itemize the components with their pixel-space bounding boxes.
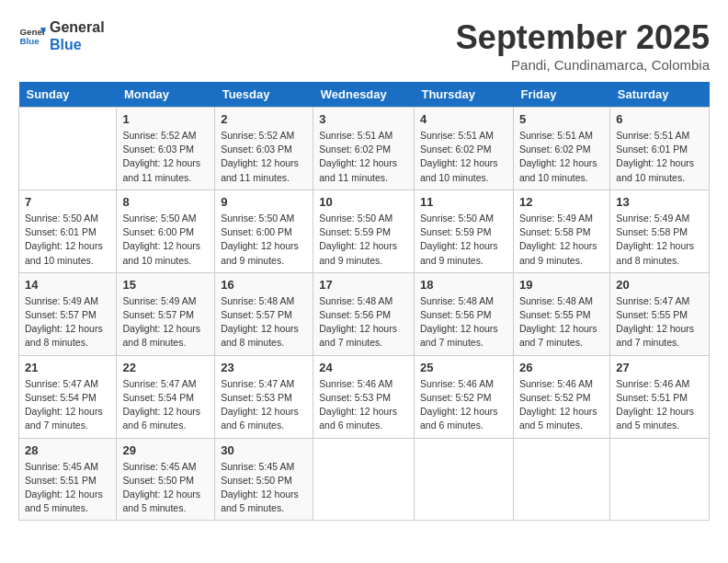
- day-number: 5: [519, 112, 604, 126]
- svg-text:Blue: Blue: [20, 36, 40, 46]
- day-cell: 29Sunrise: 5:45 AM Sunset: 5:50 PM Dayli…: [117, 438, 215, 521]
- day-info: Sunrise: 5:50 AM Sunset: 5:59 PM Dayligh…: [420, 212, 507, 268]
- day-cell: 1Sunrise: 5:52 AM Sunset: 6:03 PM Daylig…: [117, 108, 215, 190]
- weekday-sunday: Sunday: [19, 82, 117, 108]
- day-info: Sunrise: 5:51 AM Sunset: 6:02 PM Dayligh…: [519, 129, 604, 185]
- day-number: 13: [616, 195, 703, 209]
- day-number: 1: [122, 112, 209, 126]
- day-number: 17: [319, 278, 408, 292]
- day-number: 21: [25, 361, 110, 374]
- day-info: Sunrise: 5:50 AM Sunset: 5:59 PM Dayligh…: [319, 212, 408, 268]
- day-cell: 23Sunrise: 5:47 AM Sunset: 5:53 PM Dayli…: [215, 355, 313, 438]
- day-cell: 26Sunrise: 5:46 AM Sunset: 5:52 PM Dayli…: [513, 355, 609, 438]
- week-row-5: 28Sunrise: 5:45 AM Sunset: 5:51 PM Dayli…: [19, 438, 710, 521]
- day-info: Sunrise: 5:50 AM Sunset: 6:00 PM Dayligh…: [221, 212, 307, 268]
- day-cell: 12Sunrise: 5:49 AM Sunset: 5:58 PM Dayli…: [513, 190, 609, 272]
- day-number: 22: [122, 361, 209, 374]
- day-info: Sunrise: 5:52 AM Sunset: 6:03 PM Dayligh…: [221, 129, 307, 185]
- day-cell: 16Sunrise: 5:48 AM Sunset: 5:57 PM Dayli…: [215, 272, 313, 355]
- day-number: 14: [25, 278, 110, 292]
- day-info: Sunrise: 5:48 AM Sunset: 5:56 PM Dayligh…: [420, 294, 507, 350]
- day-number: 18: [420, 278, 507, 292]
- day-cell: 20Sunrise: 5:47 AM Sunset: 5:55 PM Dayli…: [610, 272, 710, 355]
- day-info: Sunrise: 5:49 AM Sunset: 5:57 PM Dayligh…: [122, 294, 209, 350]
- day-cell: 24Sunrise: 5:46 AM Sunset: 5:53 PM Dayli…: [313, 355, 415, 438]
- day-cell: 6Sunrise: 5:51 AM Sunset: 6:01 PM Daylig…: [610, 108, 710, 190]
- day-info: Sunrise: 5:48 AM Sunset: 5:56 PM Dayligh…: [319, 294, 408, 350]
- day-info: Sunrise: 5:51 AM Sunset: 6:01 PM Dayligh…: [616, 129, 703, 185]
- week-row-1: 1Sunrise: 5:52 AM Sunset: 6:03 PM Daylig…: [19, 108, 710, 190]
- day-info: Sunrise: 5:49 AM Sunset: 5:57 PM Dayligh…: [25, 294, 110, 350]
- title-block: September 2025 Pandi, Cundinamarca, Colo…: [456, 18, 710, 73]
- day-number: 10: [319, 195, 408, 209]
- day-cell: 8Sunrise: 5:50 AM Sunset: 6:00 PM Daylig…: [117, 190, 215, 272]
- day-info: Sunrise: 5:46 AM Sunset: 5:52 PM Dayligh…: [420, 377, 507, 433]
- day-cell: 7Sunrise: 5:50 AM Sunset: 6:01 PM Daylig…: [19, 190, 117, 272]
- day-number: 27: [616, 361, 703, 374]
- day-info: Sunrise: 5:49 AM Sunset: 5:58 PM Dayligh…: [519, 212, 604, 268]
- day-info: Sunrise: 5:48 AM Sunset: 5:55 PM Dayligh…: [519, 294, 604, 350]
- month-title: September 2025: [456, 18, 710, 57]
- day-number: 30: [221, 443, 307, 457]
- day-info: Sunrise: 5:48 AM Sunset: 5:57 PM Dayligh…: [221, 294, 307, 350]
- day-info: Sunrise: 5:47 AM Sunset: 5:54 PM Dayligh…: [25, 377, 110, 433]
- weekday-wednesday: Wednesday: [313, 82, 415, 108]
- day-cell: 3Sunrise: 5:51 AM Sunset: 6:02 PM Daylig…: [313, 108, 415, 190]
- week-row-2: 7Sunrise: 5:50 AM Sunset: 6:01 PM Daylig…: [19, 190, 710, 272]
- day-number: 4: [420, 112, 507, 126]
- day-cell: 11Sunrise: 5:50 AM Sunset: 5:59 PM Dayli…: [414, 190, 513, 272]
- weekday-header-row: SundayMondayTuesdayWednesdayThursdayFrid…: [19, 82, 710, 108]
- day-info: Sunrise: 5:45 AM Sunset: 5:51 PM Dayligh…: [25, 460, 110, 516]
- weekday-tuesday: Tuesday: [215, 82, 313, 108]
- day-info: Sunrise: 5:46 AM Sunset: 5:52 PM Dayligh…: [519, 377, 604, 433]
- day-cell: 10Sunrise: 5:50 AM Sunset: 5:59 PM Dayli…: [313, 190, 415, 272]
- day-cell: 9Sunrise: 5:50 AM Sunset: 6:00 PM Daylig…: [215, 190, 313, 272]
- day-number: 28: [25, 443, 110, 457]
- day-cell: 14Sunrise: 5:49 AM Sunset: 5:57 PM Dayli…: [19, 272, 117, 355]
- day-info: Sunrise: 5:46 AM Sunset: 5:53 PM Dayligh…: [319, 377, 408, 433]
- week-row-4: 21Sunrise: 5:47 AM Sunset: 5:54 PM Dayli…: [19, 355, 710, 438]
- weekday-monday: Monday: [117, 82, 215, 108]
- day-info: Sunrise: 5:45 AM Sunset: 5:50 PM Dayligh…: [221, 460, 307, 516]
- day-cell: 25Sunrise: 5:46 AM Sunset: 5:52 PM Dayli…: [414, 355, 513, 438]
- week-row-3: 14Sunrise: 5:49 AM Sunset: 5:57 PM Dayli…: [19, 272, 710, 355]
- day-cell: [513, 438, 609, 521]
- day-number: 11: [420, 195, 507, 209]
- day-number: 16: [221, 278, 307, 292]
- day-info: Sunrise: 5:49 AM Sunset: 5:58 PM Dayligh…: [616, 212, 703, 268]
- day-cell: 2Sunrise: 5:52 AM Sunset: 6:03 PM Daylig…: [215, 108, 313, 190]
- day-cell: 27Sunrise: 5:46 AM Sunset: 5:51 PM Dayli…: [610, 355, 710, 438]
- day-number: 19: [519, 278, 604, 292]
- day-cell: 30Sunrise: 5:45 AM Sunset: 5:50 PM Dayli…: [215, 438, 313, 521]
- day-cell: [313, 438, 415, 521]
- weekday-saturday: Saturday: [610, 82, 710, 108]
- day-cell: 13Sunrise: 5:49 AM Sunset: 5:58 PM Dayli…: [610, 190, 710, 272]
- day-cell: [610, 438, 710, 521]
- day-cell: 18Sunrise: 5:48 AM Sunset: 5:56 PM Dayli…: [414, 272, 513, 355]
- day-cell: 21Sunrise: 5:47 AM Sunset: 5:54 PM Dayli…: [19, 355, 117, 438]
- calendar-table: SundayMondayTuesdayWednesdayThursdayFrid…: [18, 82, 710, 521]
- day-number: 15: [122, 278, 209, 292]
- day-info: Sunrise: 5:46 AM Sunset: 5:51 PM Dayligh…: [616, 377, 703, 433]
- day-number: 3: [319, 112, 408, 126]
- page-header: General Blue General Blue September 2025…: [18, 18, 710, 73]
- day-cell: 4Sunrise: 5:51 AM Sunset: 6:02 PM Daylig…: [414, 108, 513, 190]
- day-info: Sunrise: 5:50 AM Sunset: 6:01 PM Dayligh…: [25, 212, 110, 268]
- day-number: 9: [221, 195, 307, 209]
- day-info: Sunrise: 5:47 AM Sunset: 5:55 PM Dayligh…: [616, 294, 703, 350]
- day-number: 23: [221, 361, 307, 374]
- calendar-body: 1Sunrise: 5:52 AM Sunset: 6:03 PM Daylig…: [19, 108, 710, 521]
- day-info: Sunrise: 5:50 AM Sunset: 6:00 PM Dayligh…: [122, 212, 209, 268]
- day-number: 26: [519, 361, 604, 374]
- day-number: 20: [616, 278, 703, 292]
- day-cell: 15Sunrise: 5:49 AM Sunset: 5:57 PM Dayli…: [117, 272, 215, 355]
- weekday-friday: Friday: [513, 82, 609, 108]
- day-number: 6: [616, 112, 703, 126]
- day-cell: [414, 438, 513, 521]
- day-number: 7: [25, 195, 110, 209]
- day-cell: [19, 108, 117, 190]
- day-cell: 19Sunrise: 5:48 AM Sunset: 5:55 PM Dayli…: [513, 272, 609, 355]
- day-info: Sunrise: 5:52 AM Sunset: 6:03 PM Dayligh…: [122, 129, 209, 185]
- logo-text-blue: Blue: [50, 36, 105, 53]
- day-info: Sunrise: 5:45 AM Sunset: 5:50 PM Dayligh…: [122, 460, 209, 516]
